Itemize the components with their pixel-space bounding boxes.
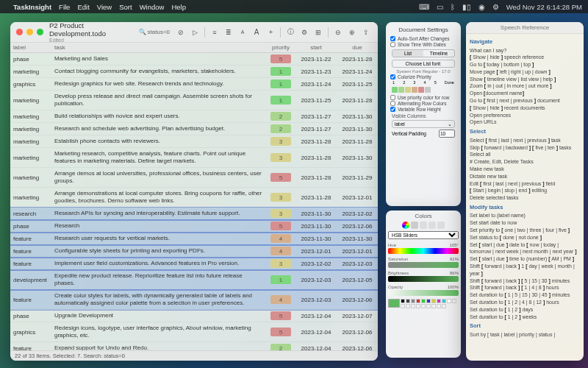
vertical-padding-input[interactable] (439, 130, 455, 138)
share-button[interactable]: ⇪ (360, 26, 372, 38)
table-row[interactable]: phaseUpgrade Development52023-12-042023-… (10, 310, 378, 322)
align-center-button[interactable]: ≣ (223, 26, 234, 38)
col-priority[interactable]: priority (266, 44, 295, 51)
settings-button[interactable]: ⚙ (298, 26, 310, 38)
var-row-checkbox[interactable]: Variable Row Height (390, 107, 456, 112)
seg-timeline[interactable]: Timeline (423, 50, 454, 57)
close-button[interactable] (16, 29, 23, 35)
table-row[interactable]: marketingResearch and schedule web adver… (10, 123, 378, 135)
visible-columns-label: Visible Columns (392, 113, 455, 118)
zoom-in-button[interactable]: ⊕ (346, 26, 358, 38)
visible-columns-select[interactable]: label ⌄ (392, 120, 455, 128)
clock[interactable]: Wed Nov 22 6:14:28 PM (506, 3, 582, 11)
info-button[interactable]: ⓘ (284, 26, 296, 38)
table-row[interactable]: graphicsRedesign icons, logotype, user i… (10, 322, 378, 342)
priority-swatch[interactable] (405, 87, 411, 93)
table-row[interactable]: featureExpand support for Undo and Redo.… (10, 342, 378, 350)
priority-swatch[interactable] (392, 87, 398, 93)
priority-swatch[interactable] (398, 87, 404, 93)
table-row[interactable]: featureConfigurable style sheets for pri… (10, 245, 378, 258)
priority-swatch[interactable] (418, 87, 424, 93)
table-row[interactable]: marketingArrange demos at local universi… (10, 168, 378, 188)
cell-due: 2023-12-06 (337, 295, 378, 305)
menu-file[interactable]: File (59, 3, 70, 11)
hue-slider[interactable]: Hue105° (388, 243, 459, 254)
display-icon[interactable]: ▭ (437, 3, 443, 11)
menu-help[interactable]: Help (171, 3, 186, 11)
table-row[interactable]: marketingBuild relationships with novice… (10, 110, 378, 123)
menu-sort[interactable]: Sort (119, 3, 132, 11)
minimize-button[interactable] (26, 29, 33, 35)
search-box[interactable]: 🔍 status=0 (136, 28, 173, 36)
table-row[interactable]: featureCreate color styles for labels, w… (10, 290, 378, 310)
current-color-swatch[interactable] (388, 299, 400, 308)
slider-mode-select[interactable]: HSB Sliders (388, 231, 459, 239)
menu-app[interactable]: TaskInsight (13, 3, 51, 11)
table-row[interactable]: marketingContact blogging community for … (10, 66, 378, 78)
wifi-icon[interactable]: ◉ (478, 3, 485, 11)
colors-tabs[interactable] (388, 222, 459, 229)
battery-icon[interactable]: ▮▯ (462, 3, 471, 11)
keyboard-icon[interactable]: ⌨ (419, 3, 429, 11)
priority-swatch[interactable] (412, 87, 417, 93)
speech-content[interactable]: NavigateWhat can I say?[ Show | hide ] s… (466, 34, 584, 361)
table-row[interactable]: marketingDevelop press release and direc… (10, 91, 378, 110)
col-due[interactable]: due (337, 44, 378, 51)
speech-line: Set [ start | due ] date to [ now | toda… (470, 241, 580, 256)
cell-label: research (10, 209, 51, 219)
menu-window[interactable]: Window (140, 3, 165, 11)
align-left-button[interactable]: ≡ (209, 26, 220, 38)
opacity-slider[interactable]: Opacity100% (388, 285, 459, 296)
add-button[interactable]: ＋ (265, 26, 276, 38)
speech-reference-panel: Speech Reference NavigateWhat can I say?… (466, 22, 584, 361)
seg-list[interactable]: List (392, 50, 423, 57)
table-row[interactable]: marketingMarketing research, competitive… (10, 148, 378, 168)
col-task[interactable]: task (51, 44, 266, 51)
color-sliders-tab[interactable] (411, 222, 418, 229)
col-start[interactable]: start (295, 44, 337, 51)
priority-swatches[interactable] (392, 87, 455, 93)
table-row[interactable]: marketingArrange demonstrations at local… (10, 188, 378, 208)
choose-font-button[interactable]: Choose List font: (392, 60, 455, 68)
table-row[interactable]: featureResearch user requests for vertic… (10, 233, 378, 245)
alt-row-checkbox[interactable]: Alternating Row Colors (390, 101, 456, 106)
colorize-checkbox[interactable]: Colorize Priority (390, 74, 456, 79)
cell-priority: 1 (266, 274, 295, 286)
cell-due: 2023-12-06 (337, 344, 378, 351)
brightness-slider[interactable]: Brightness86% (388, 271, 459, 282)
table-row[interactable]: featureImplement user field customizatio… (10, 258, 378, 270)
play-button[interactable]: ▷ (189, 26, 201, 38)
use-priority-color-checkbox[interactable]: Use priority color for row (390, 95, 456, 100)
table-row[interactable]: developmentExpedite new product release.… (10, 270, 378, 290)
cell-start: 2023-11-27 (295, 124, 337, 134)
table-row[interactable]: researchResearch APIs for syncing and in… (10, 208, 378, 220)
font-larger-button[interactable]: A (251, 26, 262, 38)
showtime-checkbox[interactable]: Show Time With Dates (390, 42, 456, 47)
view-segmented[interactable]: List Timeline (392, 49, 455, 57)
table-body[interactable]: phaseMarketing and Sales52023-11-222023-… (10, 53, 378, 350)
cell-task: Implement user field customizations. Adv… (51, 258, 266, 269)
col-label[interactable]: label (10, 44, 51, 51)
saturation-slider[interactable]: Saturation91% (388, 257, 459, 268)
zoom-button[interactable] (37, 29, 43, 35)
cell-task: Expand support for Undo and Redo. (51, 342, 266, 350)
table-row[interactable]: phaseResearch52023-11-302023-12-06 (10, 220, 378, 233)
table-row[interactable]: graphicsRedesign graphics for web site. … (10, 78, 378, 91)
font-smaller-button[interactable]: A (237, 26, 248, 38)
control-center-icon[interactable]: ⚙ (492, 3, 499, 11)
table-row[interactable]: phaseMarketing and Sales52023-11-222023-… (10, 53, 378, 66)
menu-edit[interactable]: Edit (77, 3, 89, 11)
color-palettes-tab[interactable] (420, 222, 427, 229)
bluetooth-icon[interactable]: ᛒ (451, 3, 455, 11)
autosort-checkbox[interactable]: Auto-Sort After Changes (390, 36, 456, 41)
priority-swatch[interactable] (425, 87, 431, 93)
timeline-button[interactable]: ⊞ (312, 26, 324, 38)
table-row[interactable]: marketingEstablish phone contacts with r… (10, 135, 378, 148)
menu-view[interactable]: View (97, 3, 112, 11)
speech-line: What can I say? (470, 47, 580, 54)
filter-clear-button[interactable]: ⊘ (175, 26, 187, 38)
color-wheel-tab[interactable] (402, 222, 409, 229)
color-spectrum-tab[interactable] (429, 222, 436, 229)
zoom-out-button[interactable]: ⊖ (332, 26, 344, 38)
color-pencils-tab[interactable] (437, 222, 445, 229)
